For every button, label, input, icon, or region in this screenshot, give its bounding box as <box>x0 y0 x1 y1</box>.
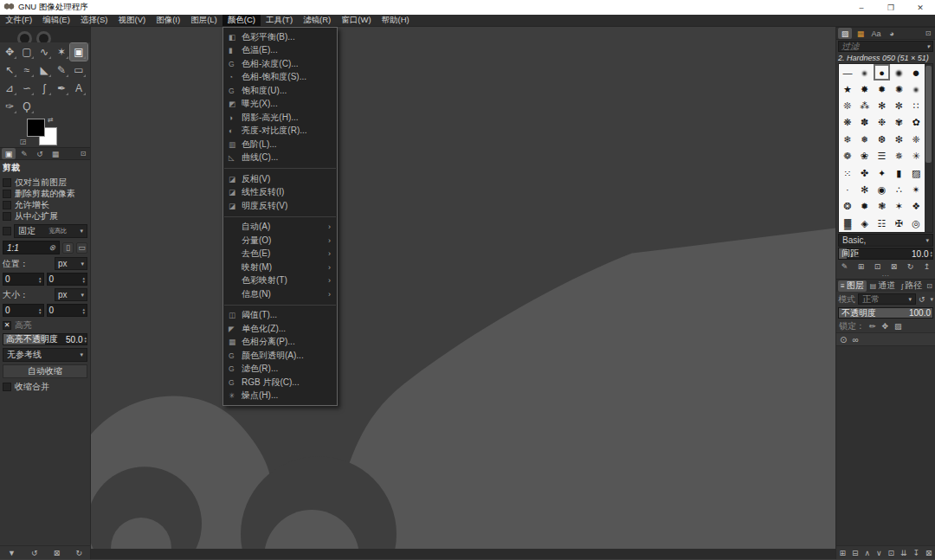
brush-thumbnail[interactable]: ✻ <box>856 182 874 198</box>
highlight-opacity-slider[interactable]: 高亮不透明度 50.0 ▴▾ <box>3 333 87 345</box>
brush-thumbnail[interactable]: ▓ <box>839 216 856 232</box>
menu-item-hue-posterize[interactable]: ▦色相分离(P)... <box>223 336 337 350</box>
brush-thumbnail[interactable]: ✺ <box>890 80 907 97</box>
brushes-tab-icon[interactable]: ▨ <box>838 28 852 39</box>
menu-s[interactable]: 选择(S) <box>75 15 113 26</box>
foreground-color-swatch[interactable] <box>27 119 45 137</box>
duplicate-brush-button[interactable]: ⊡ <box>874 262 881 271</box>
menu-item-rgb-clip[interactable]: GRGB 片段(C)... <box>223 376 337 389</box>
brush-thumbnail[interactable]: ✿ <box>907 114 925 131</box>
guides-select[interactable]: 无参考线 ▾ <box>3 348 87 362</box>
brush-thumbnail[interactable]: ∷ <box>907 98 925 114</box>
brush-scrollbar[interactable] <box>925 64 932 232</box>
portrait-orientation-button[interactable]: ▯ <box>62 242 74 254</box>
fonts-tab-icon[interactable]: Aa <box>869 28 883 39</box>
brush-thumbnail[interactable]: ✶ <box>890 198 907 215</box>
position-y-input[interactable]: 0▴▾ <box>47 273 88 286</box>
lock-pixels-icon[interactable]: ✏ <box>869 322 876 331</box>
delete-layer-button[interactable]: ⊠ <box>925 549 932 557</box>
menu-item-desaturate[interactable]: 去色(E)› <box>223 248 337 261</box>
maximize-button[interactable]: ❐ <box>876 0 906 15</box>
menu-item-linear-invert[interactable]: ◪线性反转(I) <box>223 186 337 200</box>
lock-alpha-icon[interactable]: ▨ <box>894 322 902 331</box>
brush-thumbnail[interactable]: ✦ <box>874 164 891 181</box>
menu-item-hue-chroma[interactable]: G色相-浓度(C)... <box>223 57 337 71</box>
brush-thumbnail[interactable]: ✹ <box>874 80 891 97</box>
menu-h[interactable]: 帮助(H) <box>377 15 415 26</box>
tool-warp-transform[interactable]: ≈ <box>18 61 35 79</box>
duplicate-layer-button[interactable]: ⊡ <box>888 549 895 557</box>
position-x-input[interactable]: 0▴▾ <box>3 273 44 286</box>
brush-thumbnail[interactable]: ⁂ <box>856 98 874 114</box>
edit-brush-button[interactable]: ✎ <box>842 262 848 271</box>
new-brush-button[interactable]: ⊞ <box>858 262 865 271</box>
menu-item-tone-mapping[interactable]: 色彩映射(T)› <box>223 274 337 288</box>
menu-t[interactable]: 工具(T) <box>261 15 298 26</box>
tool-smudge[interactable]: ∽ <box>18 80 35 97</box>
open-brush-as-image-button[interactable]: ↥ <box>924 262 931 271</box>
tool-zoom[interactable]: Ϙ <box>18 98 35 115</box>
document-history-tab-icon[interactable]: ◕ <box>885 28 899 39</box>
brush-thumbnail[interactable]: ❊ <box>839 98 856 114</box>
highlight-checkbox[interactable]: ✕ <box>3 321 11 330</box>
menu-item-hue-saturation[interactable]: ◔色相-饱和度(S)... <box>223 71 337 85</box>
brush-thumbnail[interactable]: ∴ <box>890 182 907 198</box>
brush-thumbnail[interactable]: ❇ <box>890 132 907 148</box>
menu-item-dither[interactable]: G滤色(R)... <box>223 363 337 377</box>
brush-thumbnail[interactable]: ● <box>890 64 907 80</box>
menu-f[interactable]: 文件(F) <box>0 15 37 26</box>
tool-move[interactable]: ✥ <box>1 43 18 61</box>
brush-thumbnail[interactable]: ⁙ <box>839 164 856 181</box>
brush-thumbnail[interactable]: ❀ <box>856 148 874 164</box>
menu-item-color-temperature[interactable]: ▮色温(E)... <box>223 44 337 58</box>
merge-down-button[interactable]: ⇊ <box>900 549 907 557</box>
images-tab-icon[interactable]: ▦ <box>48 148 62 159</box>
brush-thumbnail[interactable]: ✽ <box>856 114 874 131</box>
mode-select[interactable]: 正常 ▾ <box>858 293 916 305</box>
auto-shrink-button[interactable]: 自动收缩 <box>3 364 87 378</box>
tab-layers[interactable]: ≡图层 <box>838 280 867 292</box>
clear-icon[interactable]: ⊗ <box>48 243 55 252</box>
dock-menu-icon[interactable]: ⊡ <box>923 29 933 37</box>
save-tool-preset-button[interactable]: ▼ <box>8 549 16 557</box>
patterns-tab-icon[interactable]: ▦ <box>854 28 867 39</box>
tool-paths[interactable]: ʃ <box>35 80 53 97</box>
menu-item-map[interactable]: 映射(M)› <box>223 261 337 274</box>
position-unit-select[interactable]: px ▾ <box>55 257 87 270</box>
menu-item-value-invert[interactable]: ◪明度反转(V) <box>223 199 337 213</box>
shrink-merged-checkbox[interactable] <box>3 383 11 391</box>
tool-bucket-fill[interactable]: ◣ <box>35 61 53 79</box>
reset-tool-options-button[interactable]: ↻ <box>75 549 82 557</box>
brush-thumbnail[interactable]: ◈ <box>856 216 874 232</box>
brush-thumbnail[interactable]: ❈ <box>907 132 925 148</box>
tool-paintbrush[interactable]: ✎ <box>53 61 70 79</box>
option-current-layer-only[interactable]: 仅对当前图层 <box>3 177 87 188</box>
brush-thumbnail[interactable]: ☰ <box>874 148 891 164</box>
device-status-tab-icon[interactable]: ✎ <box>17 148 31 159</box>
brush-thumbnail[interactable]: ❖ <box>907 198 925 215</box>
dock-menu-icon[interactable]: ⊡ <box>925 282 933 290</box>
undo-history-tab-icon[interactable]: ↺ <box>33 148 47 159</box>
brush-thumbnail[interactable]: ✾ <box>890 114 907 131</box>
brush-thumbnail[interactable]: ◉ <box>874 182 891 198</box>
close-button[interactable]: ✕ <box>906 0 935 15</box>
layer-list-empty[interactable] <box>836 345 935 545</box>
menu-e[interactable]: 编辑(E) <box>37 15 75 26</box>
brush-thumbnail[interactable]: ✠ <box>890 216 907 232</box>
brush-thumbnail[interactable]: ❄ <box>839 132 856 148</box>
tool-color-picker[interactable]: ✑ <box>1 98 18 115</box>
menu-item-auto[interactable]: 自动(A)› <box>223 221 337 235</box>
brush-thumbnail[interactable]: · <box>839 182 856 198</box>
brush-thumbnail[interactable]: ✸ <box>856 80 874 97</box>
dock-menu-icon[interactable]: ⊡ <box>78 150 88 158</box>
menu-item-posterize[interactable]: ◤单色化(Z)... <box>223 322 337 336</box>
size-height-input[interactable]: 0▴▾ <box>47 304 88 317</box>
tool-free-select[interactable]: ∿ <box>35 43 53 61</box>
brush-name-select[interactable]: Basic, ▾ <box>838 234 933 247</box>
brush-thumbnail[interactable]: ✻ <box>874 98 891 114</box>
lower-layer-button[interactable]: ∨ <box>876 549 882 557</box>
tab-channels[interactable]: ▤通道 <box>867 280 899 292</box>
menu-i[interactable]: 图像(I) <box>151 15 185 26</box>
delete-brush-button[interactable]: ⊠ <box>891 262 898 271</box>
menu-item-exposure[interactable]: ◩曝光(X)... <box>223 98 337 112</box>
